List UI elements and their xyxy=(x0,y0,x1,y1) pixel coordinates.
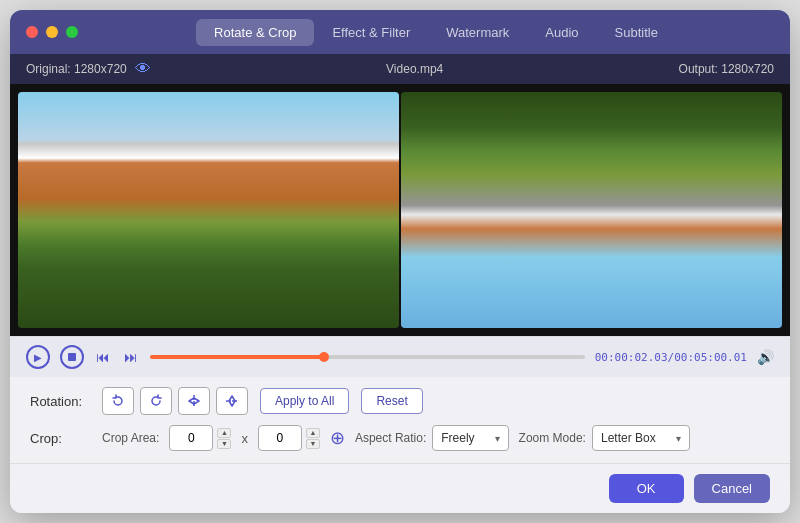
main-window: Rotate & Crop Effect & Filter Watermark … xyxy=(10,10,790,513)
width-down-arrow[interactable]: ▼ xyxy=(217,439,231,449)
crosshair-icon[interactable]: ⊕ xyxy=(330,427,345,449)
height-down-arrow[interactable]: ▼ xyxy=(306,439,320,449)
traffic-lights xyxy=(26,26,78,38)
dimension-separator: x xyxy=(241,431,248,446)
tab-watermark[interactable]: Watermark xyxy=(428,19,527,46)
aspect-ratio-group: Aspect Ratio: Freely xyxy=(355,425,509,451)
progress-bar[interactable] xyxy=(150,355,585,359)
preview-eye-icon[interactable]: 👁 xyxy=(135,60,151,78)
crop-height-input[interactable]: 0 xyxy=(258,425,302,451)
reset-button[interactable]: Reset xyxy=(361,388,422,414)
flip-horizontal-button[interactable] xyxy=(178,387,210,415)
maximize-button[interactable] xyxy=(66,26,78,38)
ok-button[interactable]: OK xyxy=(609,474,684,503)
play-button[interactable]: ▶ xyxy=(26,345,50,369)
settings-panel: Rotation: xyxy=(10,377,790,463)
volume-icon[interactable]: 🔊 xyxy=(757,349,774,365)
crop-width-input[interactable]: 0 xyxy=(169,425,213,451)
filename-label: Video.mp4 xyxy=(386,62,443,76)
aspect-ratio-select[interactable]: Freely xyxy=(432,425,508,451)
apply-to-all-button[interactable]: Apply to All xyxy=(260,388,349,414)
crop-section: Crop Area: 0 ▲ ▼ x 0 ▲ ▼ ⊕ xyxy=(102,425,690,451)
rotate-left-button[interactable] xyxy=(102,387,134,415)
progress-thumb[interactable] xyxy=(319,352,329,362)
zoom-mode-group: Zoom Mode: Letter Box xyxy=(519,425,690,451)
time-display: 00:00:02.03/00:05:00.01 xyxy=(595,351,747,364)
width-spinner-arrows: ▲ ▼ xyxy=(217,428,231,449)
output-video-preview xyxy=(401,92,782,328)
rotation-buttons xyxy=(102,387,248,415)
progress-fill xyxy=(150,355,324,359)
rotate-right-button[interactable] xyxy=(140,387,172,415)
cancel-button[interactable]: Cancel xyxy=(694,474,770,503)
tab-rotate-crop[interactable]: Rotate & Crop xyxy=(196,19,314,46)
output-resolution: Output: 1280x720 xyxy=(679,62,774,76)
tab-audio[interactable]: Audio xyxy=(527,19,596,46)
title-bar: Rotate & Crop Effect & Filter Watermark … xyxy=(10,10,790,54)
preview-area xyxy=(10,84,790,336)
original-video-preview xyxy=(18,92,399,328)
height-spinner-arrows: ▲ ▼ xyxy=(306,428,320,449)
rotation-label: Rotation: xyxy=(30,394,90,409)
close-button[interactable] xyxy=(26,26,38,38)
width-spinner: 0 ▲ ▼ xyxy=(169,425,231,451)
crop-label: Crop: xyxy=(30,431,90,446)
aspect-ratio-label: Aspect Ratio: xyxy=(355,431,426,445)
height-spinner: 0 ▲ ▼ xyxy=(258,425,320,451)
tab-subtitle[interactable]: Subtitle xyxy=(597,19,676,46)
original-video-panel xyxy=(18,92,399,328)
playback-bar: ▶ ⏮ ⏭ 00:00:02.03/00:05:00.01 🔊 xyxy=(10,336,790,377)
video-info-bar: Original: 1280x720 👁 Video.mp4 Output: 1… xyxy=(10,54,790,84)
minimize-button[interactable] xyxy=(46,26,58,38)
crop-area-label: Crop Area: xyxy=(102,431,159,445)
tab-effect-filter[interactable]: Effect & Filter xyxy=(314,19,428,46)
zoom-mode-select[interactable]: Letter Box xyxy=(592,425,690,451)
stop-button[interactable] xyxy=(60,345,84,369)
rotation-row: Rotation: xyxy=(30,387,770,415)
crop-row: Crop: Crop Area: 0 ▲ ▼ x 0 ▲ ▼ xyxy=(30,425,770,451)
height-up-arrow[interactable]: ▲ xyxy=(306,428,320,438)
width-up-arrow[interactable]: ▲ xyxy=(217,428,231,438)
skip-forward-button[interactable]: ⏭ xyxy=(122,347,140,367)
skip-back-button[interactable]: ⏮ xyxy=(94,347,112,367)
flip-vertical-button[interactable] xyxy=(216,387,248,415)
tab-bar: Rotate & Crop Effect & Filter Watermark … xyxy=(98,19,774,46)
output-video-panel xyxy=(401,92,782,328)
original-resolution: Original: 1280x720 xyxy=(26,62,127,76)
bottom-bar: OK Cancel xyxy=(10,463,790,513)
zoom-mode-label: Zoom Mode: xyxy=(519,431,586,445)
